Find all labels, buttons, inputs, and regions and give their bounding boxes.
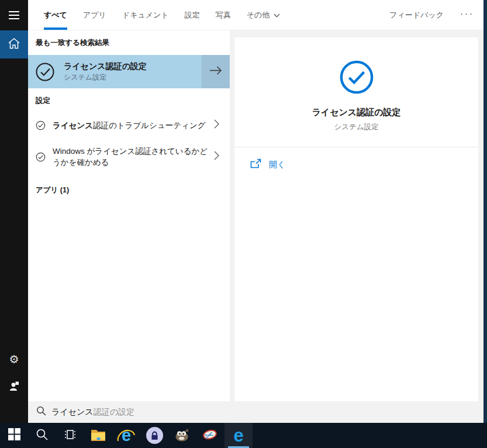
search-suggestion-text: 認証の設定 bbox=[94, 407, 134, 418]
best-match-header: 最も一致する検索結果 bbox=[28, 30, 230, 48]
sidebar-item-settings[interactable]: ⚙ bbox=[0, 345, 28, 373]
tab-all[interactable]: すべて bbox=[44, 0, 67, 30]
apps-section-header: アプリ (1) bbox=[28, 178, 230, 195]
ie-yellow-swoosh bbox=[117, 428, 136, 447]
expand-preview-button[interactable] bbox=[202, 55, 230, 88]
best-match-text: ライセンス認証の設定 システム設定 bbox=[64, 61, 202, 82]
sidebar-item-account[interactable] bbox=[0, 373, 28, 401]
snipping-tool-button[interactable]: ✂ bbox=[196, 423, 224, 448]
gimp-wilber-icon bbox=[174, 427, 191, 444]
result-label: Windows がライセンス認証されているかどうかを確かめる bbox=[53, 146, 208, 168]
chevron-down-icon bbox=[274, 11, 280, 19]
open-command[interactable]: 開く bbox=[234, 147, 478, 171]
keepass-lock-icon bbox=[146, 427, 163, 444]
task-view-button[interactable] bbox=[56, 423, 84, 448]
gear-icon: ⚙ bbox=[9, 353, 19, 366]
result-check-windows-activated[interactable]: Windows がライセンス認証されているかどうかを確かめる bbox=[28, 142, 230, 172]
hamburger-icon bbox=[9, 11, 19, 22]
result-label-rest: 認証のトラブルシューティング bbox=[93, 121, 205, 130]
internet-explorer-button[interactable]: e bbox=[112, 423, 140, 448]
search-input[interactable]: ライセンス認証の設定 bbox=[28, 401, 483, 423]
best-match-subtitle: システム設定 bbox=[64, 73, 202, 82]
folder-icon bbox=[90, 428, 106, 444]
home-icon bbox=[6, 36, 22, 53]
tab-settings[interactable]: 設定 bbox=[185, 0, 200, 30]
tab-documents[interactable]: ドキュメント bbox=[122, 0, 169, 30]
more-options-icon[interactable]: ··· bbox=[460, 8, 474, 22]
tab-photos-label: 写真 bbox=[216, 10, 231, 20]
snipping-tool-icon: ✂ bbox=[201, 427, 220, 444]
hamburger-menu-button[interactable] bbox=[0, 2, 28, 30]
topbar-right-group: フィードバック ··· bbox=[389, 0, 483, 30]
preview-hero: ライセンス認証の設定 システム設定 bbox=[234, 37, 478, 147]
search-filter-tabbar: すべて アプリ ドキュメント 設定 写真 その他 フィードバック ··· bbox=[28, 0, 483, 30]
tab-settings-label: 設定 bbox=[185, 10, 200, 20]
start-sidebar: ⚙ bbox=[0, 0, 28, 423]
taskbar-search-button[interactable] bbox=[28, 423, 56, 448]
results-panel: 最も一致する検索結果 ライセンス認証の設定 システム設定 bbox=[28, 30, 230, 401]
internet-explorer-icon: e bbox=[118, 426, 135, 445]
open-command-label: 開く bbox=[269, 160, 285, 170]
check-circle-icon bbox=[339, 59, 375, 98]
tab-photos[interactable]: 写真 bbox=[216, 0, 231, 30]
tab-apps[interactable]: アプリ bbox=[83, 0, 106, 30]
edge-button[interactable]: e bbox=[224, 423, 253, 448]
result-activation-troubleshooting[interactable]: ライセンス認証のトラブルシューティング bbox=[28, 113, 230, 137]
open-external-icon bbox=[250, 158, 261, 171]
preview-panel: ライセンス認証の設定 システム設定 開く bbox=[230, 30, 483, 401]
taskbar: e bbox=[0, 423, 487, 448]
filter-tabs: すべて アプリ ドキュメント 設定 写真 その他 bbox=[28, 0, 280, 30]
best-match-title: ライセンス認証の設定 bbox=[64, 61, 202, 71]
check-circle-icon bbox=[35, 62, 55, 82]
gimp-button[interactable] bbox=[168, 423, 196, 448]
user-account-icon bbox=[8, 380, 20, 394]
tab-all-label: すべて bbox=[44, 10, 67, 20]
edge-icon: e bbox=[230, 426, 247, 445]
keepass-button[interactable] bbox=[140, 423, 168, 448]
file-explorer-button[interactable] bbox=[84, 423, 112, 448]
search-typed-text: ライセンス bbox=[51, 407, 94, 418]
preview-title: ライセンス認証の設定 bbox=[312, 107, 400, 118]
result-label-rest: Windows がライセンス認証されているかどうかを確かめる bbox=[53, 147, 208, 167]
tab-documents-label: ドキュメント bbox=[122, 10, 169, 20]
sidebar-item-home[interactable] bbox=[0, 30, 28, 58]
chevron-right-icon bbox=[214, 119, 219, 131]
edge-letter: e bbox=[233, 426, 243, 444]
check-circle-icon bbox=[36, 120, 46, 130]
search-icon bbox=[36, 428, 49, 443]
tab-apps-label: アプリ bbox=[83, 10, 106, 20]
check-circle-icon bbox=[36, 152, 46, 162]
start-button[interactable] bbox=[0, 423, 28, 448]
windows-logo-icon bbox=[8, 428, 20, 443]
preview-card: ライセンス認証の設定 システム設定 開く bbox=[234, 37, 478, 401]
result-label-bold: ライセンス bbox=[53, 121, 93, 130]
search-icon bbox=[36, 406, 51, 418]
arrow-right-icon bbox=[209, 66, 223, 78]
result-label: ライセンス認証のトラブルシューティング bbox=[53, 120, 208, 131]
search-flyout-panel: ⚙ すべて アプリ ドキュメント 設定 写真 その他 bbox=[0, 0, 483, 423]
task-view-icon bbox=[63, 428, 77, 444]
best-match-result[interactable]: ライセンス認証の設定 システム設定 bbox=[28, 55, 230, 88]
settings-section-header: 設定 bbox=[28, 88, 230, 106]
tab-more-label: その他 bbox=[247, 10, 270, 20]
chevron-right-icon bbox=[214, 151, 219, 163]
tab-more[interactable]: その他 bbox=[247, 0, 281, 30]
preview-subtitle: システム設定 bbox=[334, 122, 378, 132]
feedback-button[interactable]: フィードバック bbox=[389, 10, 444, 20]
